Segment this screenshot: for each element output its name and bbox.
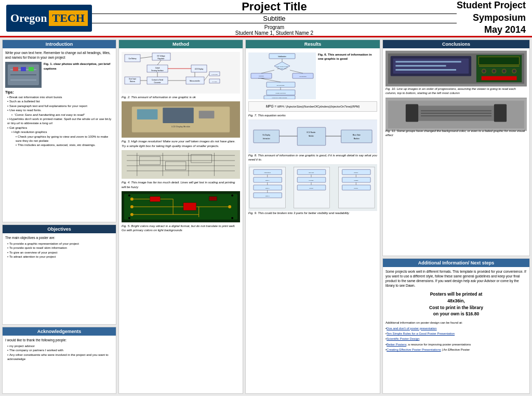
- list-item: my project advisor: [7, 344, 113, 348]
- logo-oregon-text: Oregon: [10, 11, 47, 25]
- list-item: To give an overview of your project: [7, 250, 113, 255]
- method-section: Method Car Battery DC Voltage Regulator: [118, 39, 243, 394]
- svg-text:Clock ECU State Machine: Clock ECU State Machine: [272, 97, 288, 99]
- tips-section: Tips: Break out information into short b…: [5, 90, 113, 147]
- fig10-caption: Fig. 10. Line up images in an order of p…: [385, 87, 527, 96]
- logo: Oregon TECH: [6, 5, 92, 32]
- program-label: Program Student Name 1, Student Name 2: [92, 24, 457, 36]
- svg-text:Display: Display: [354, 172, 358, 174]
- introduction-body: Write your own text here. Remember to ch…: [3, 48, 116, 150]
- link-better-posters[interactable]: Better Posters: [387, 343, 406, 346]
- svg-text:Process: Process: [309, 180, 314, 181]
- fig8-image: No Display Interaction ECU Reader Module…: [248, 119, 377, 153]
- svg-point-66: [228, 205, 231, 208]
- fig6-row: Initialization if Key press in clear sta…: [248, 52, 377, 99]
- svg-text:State 1: State 1: [265, 180, 270, 181]
- svg-text:ECU Reader: ECU Reader: [307, 131, 316, 134]
- list-item: Such as a bulleted list: [7, 99, 113, 103]
- svg-rect-143: [395, 65, 446, 66]
- fig10-image: [385, 50, 527, 87]
- equation-box: MPG = MPH / (InjectorSize)(NumberOfCylin…: [248, 101, 377, 112]
- svg-text:Module: Module: [309, 135, 314, 137]
- tips-list: Break out information into short bursts …: [5, 95, 113, 148]
- fig9-caption: Fig. 9. This could be broken into 3 part…: [248, 211, 377, 215]
- svg-text:Converter: Converter: [154, 82, 161, 84]
- svg-point-70: [128, 194, 130, 196]
- svg-text:Get Keypress: Get Keypress: [276, 85, 285, 86]
- fig4-caption: Fig. 4. This image has far too much deta…: [122, 180, 240, 189]
- svg-line-26: [140, 57, 152, 58]
- svg-rect-68: [183, 203, 196, 210]
- svg-text:Microcontroller: Microcontroller: [190, 80, 200, 82]
- svg-point-151: [512, 69, 516, 73]
- list-item: Check your graphics by going to view and…: [16, 135, 113, 143]
- fig11-image: [385, 98, 527, 129]
- list-item: To provide a graphic representation of y…: [7, 242, 113, 246]
- svg-rect-142: [395, 61, 461, 62]
- svg-text:Sensing Interface: Sensing Interface: [151, 70, 164, 72]
- fig1-image: [5, 62, 42, 88]
- objectives-header: Objectives: [3, 225, 116, 233]
- tips-title: Tips:: [5, 90, 113, 95]
- svg-text:0.47k ohm: 0.47k ohm: [211, 74, 218, 75]
- svg-text:DC Voltage: DC Voltage: [157, 55, 165, 57]
- svg-text:Micro State: Micro State: [353, 134, 361, 136]
- svg-point-150: [502, 69, 506, 73]
- link-creating-effective[interactable]: Creating Effective Poster Presentations: [387, 348, 441, 351]
- fig3-caption: Fig. 3. High image resolution! Make sure…: [122, 139, 240, 148]
- objectives-body: The main objectives a poster are: To pro…: [3, 233, 116, 261]
- svg-point-71: [231, 194, 233, 196]
- fig2-caption: Fig. 2. This amount of information in on…: [122, 95, 240, 99]
- fig4-image: [122, 150, 240, 179]
- project-title: Project Title: [92, 0, 457, 14]
- svg-point-73: [231, 217, 233, 219]
- list-item: High resolution graphics: [11, 130, 113, 134]
- svg-rect-67: [150, 196, 161, 202]
- svg-text:State 3: State 3: [265, 195, 270, 197]
- fig7-caption: Fig. 7. This equation works: [248, 113, 377, 117]
- link-scientific[interactable]: Scientific Poster Design: [387, 337, 419, 340]
- svg-text:Cobalt: Cobalt: [155, 67, 160, 69]
- svg-line-27: [157, 60, 161, 65]
- fig1-row: Fig. 1. clear photos with descriptive, y…: [5, 62, 113, 88]
- svg-text:State 2: State 2: [265, 188, 270, 189]
- svg-line-37: [204, 74, 209, 81]
- objectives-section: Objectives The main objectives a poster …: [2, 224, 116, 325]
- svg-point-63: [130, 197, 134, 201]
- introduction-section: Introduction Write your own text here. R…: [2, 39, 116, 222]
- svg-text:Interaction: Interaction: [263, 138, 270, 140]
- list-item: This includes an equations, autocad, vis…: [16, 143, 113, 147]
- column-3: Results Initialization if Key press in c…: [245, 39, 380, 394]
- column-4: Conclusions: [382, 39, 530, 394]
- svg-rect-5: [13, 67, 18, 71]
- method-body: Car Battery DC Voltage Regulator Cobalt …: [119, 48, 243, 235]
- svg-rect-41: [163, 108, 193, 124]
- svg-rect-152: [482, 76, 517, 81]
- additional-info-body: Some projects work well in different for…: [383, 267, 529, 355]
- svg-text:LCD Display: LCD Display: [195, 68, 204, 70]
- svg-text:Machine: Machine: [354, 138, 360, 140]
- svg-line-89: [261, 70, 274, 73]
- fig9-image: Initialization State 1 State 2 State 3: [248, 164, 377, 211]
- fig6-caption: Fig. 6. This amount of information in on…: [318, 52, 377, 61]
- list-item: Break out information into short bursts: [7, 95, 113, 99]
- introduction-header: Introduction: [3, 40, 116, 48]
- list-item: The company or partners I worked with: [7, 348, 113, 352]
- svg-text:if Key press in clear: if Key press in clear: [276, 66, 288, 68]
- fig6-image: Initialization if Key press in clear sta…: [248, 52, 316, 99]
- svg-rect-144: [395, 69, 456, 71]
- svg-text:MCF(func): MCF(func): [258, 77, 264, 79]
- list-item: 'Comic Sans and handwriting are not easy…: [7, 113, 113, 117]
- list-item: To provide quick to read/ skim informati…: [7, 246, 113, 250]
- ack-list: my project advisor The company or partne…: [5, 344, 113, 362]
- svg-text:Get Input: Get Input: [309, 172, 314, 174]
- fig8-caption: Fig. 8. This amount of information in on…: [248, 153, 377, 162]
- svg-rect-102: [341, 130, 373, 143]
- list-item: •Ten Simple Rules for a Good Poster Pres…: [385, 331, 527, 336]
- svg-point-72: [128, 217, 130, 219]
- link-dos[interactable]: Dos and don't of poster presentation: [387, 327, 437, 330]
- svg-text:Buttons: Buttons: [130, 81, 136, 83]
- svg-rect-6: [21, 67, 26, 71]
- link-ten-rules[interactable]: Ten Simple Rules for a Good Poster Prese…: [387, 332, 455, 335]
- list-item: Any other constituents who were involved…: [7, 353, 113, 362]
